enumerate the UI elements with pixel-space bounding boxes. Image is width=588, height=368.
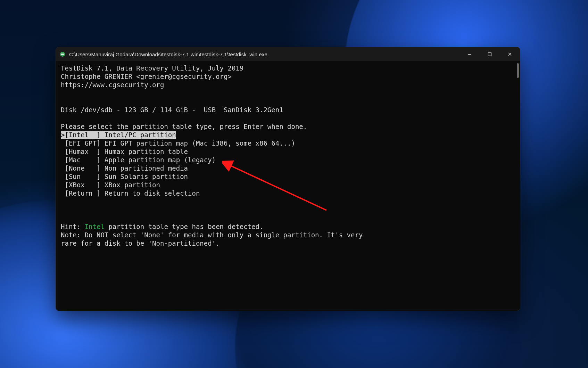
terminal-body[interactable]: TestDisk 7.1, Data Recovery Utility, Jul… bbox=[56, 61, 520, 311]
menu-label: >[Intel ] bbox=[61, 131, 105, 139]
terminal-window: C:\Users\Manuviraj Godara\Downloads\test… bbox=[56, 47, 520, 311]
close-button[interactable] bbox=[500, 47, 520, 61]
window-controls bbox=[459, 47, 520, 61]
menu-desc: Humax partition table bbox=[105, 147, 188, 156]
menu-desc: Apple partition map (legacy) bbox=[105, 156, 216, 164]
svg-rect-3 bbox=[468, 54, 471, 55]
menu-desc: XBox partition bbox=[105, 181, 160, 189]
svg-rect-2 bbox=[61, 54, 64, 54]
maximize-button[interactable] bbox=[480, 47, 500, 61]
header-line: TestDisk 7.1, Data Recovery Utility, Jul… bbox=[61, 64, 515, 72]
titlebar[interactable]: C:\Users\Manuviraj Godara\Downloads\test… bbox=[56, 47, 520, 61]
menu-label: [Sun ] bbox=[61, 172, 105, 181]
menu-item-efi-gpt[interactable]: [EFI GPT] EFI GPT partition map (Mac i38… bbox=[61, 139, 515, 147]
prompt-text: Please select the partition table type, … bbox=[61, 122, 515, 131]
disk-info: Disk /dev/sdb - 123 GB / 114 GiB - USB S… bbox=[61, 106, 515, 114]
header-line: https://www.cgsecurity.org bbox=[61, 81, 515, 89]
header-line: Christophe GRENIER <grenier@cgsecurity.o… bbox=[61, 72, 515, 81]
menu-item-none[interactable]: [None ] Non partitioned media bbox=[61, 164, 515, 172]
menu-item-mac[interactable]: [Mac ] Apple partition map (legacy) bbox=[61, 156, 515, 164]
menu-desc: Intel/PC partition bbox=[105, 131, 176, 139]
menu-label: [EFI GPT] bbox=[61, 139, 105, 147]
menu-item-return[interactable]: [Return ] Return to disk selection bbox=[61, 189, 515, 197]
menu-label: [XBox ] bbox=[61, 181, 105, 189]
menu-label: [Humax ] bbox=[61, 147, 105, 156]
minimize-button[interactable] bbox=[459, 47, 480, 61]
menu-item-sun[interactable]: [Sun ] Sun Solaris partition bbox=[61, 172, 515, 181]
menu-label: [None ] bbox=[61, 164, 105, 172]
note-line: Note: Do NOT select 'None' for media wit… bbox=[61, 231, 515, 239]
hint-highlight: Intel bbox=[85, 223, 105, 230]
menu-desc: EFI GPT partition map (Mac i386, some x8… bbox=[105, 139, 295, 147]
menu-item-intel[interactable]: >[Intel ] Intel/PC partition bbox=[61, 131, 176, 139]
svg-rect-4 bbox=[488, 53, 491, 56]
menu-item-xbox[interactable]: [XBox ] XBox partition bbox=[61, 181, 515, 189]
menu-desc: Sun Solaris partition bbox=[105, 172, 188, 181]
hint-line: Hint: Intel partition table type has bee… bbox=[61, 222, 515, 231]
window-title: C:\Users\Manuviraj Godara\Downloads\test… bbox=[69, 51, 267, 57]
menu-item-humax[interactable]: [Humax ] Humax partition table bbox=[61, 147, 515, 156]
menu-label: [Return ] bbox=[61, 189, 105, 197]
app-icon bbox=[59, 51, 66, 57]
menu-desc: Return to disk selection bbox=[105, 189, 200, 197]
note-line: rare for a disk to be 'Non-partitioned'. bbox=[61, 239, 515, 247]
scrollbar-thumb[interactable] bbox=[517, 63, 519, 78]
desktop-wallpaper: C:\Users\Manuviraj Godara\Downloads\test… bbox=[0, 0, 588, 368]
menu-label: [Mac ] bbox=[61, 156, 105, 164]
menu-desc: Non partitioned media bbox=[105, 164, 188, 172]
